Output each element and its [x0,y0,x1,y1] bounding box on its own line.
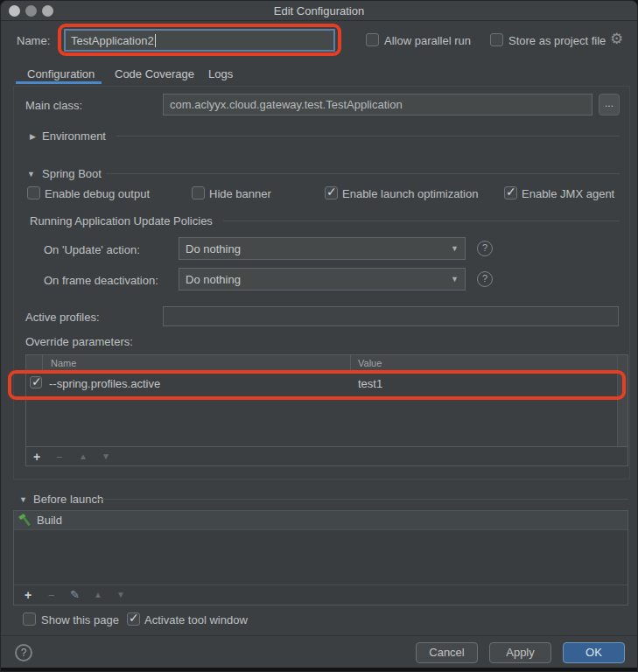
enable-debug-output-label: Enable debug output [45,187,150,200]
store-as-project-file-label: Store as project file [508,34,606,47]
before-launch-list: Build + − ✎ ▲ ▼ [13,510,628,606]
main-class-value: com.aclyyx.cloud.gateway.test.TestApplic… [170,98,403,111]
remove-icon[interactable]: − [56,451,63,464]
on-frame-deactivation-select[interactable]: Do nothing ▼ [179,268,466,290]
check-icon: ✓ [326,185,337,199]
cancel-button[interactable]: Cancel [416,642,478,663]
remove-icon[interactable]: − [48,589,55,602]
check-icon: ✓ [506,185,516,199]
on-update-action-value: Do nothing [186,242,241,256]
hide-banner-label: Hide banner [209,187,271,200]
before-launch-section-label[interactable]: Before launch [33,493,103,506]
checkbox-show-this-page[interactable] [23,612,36,626]
main-class-label: Main class: [25,99,82,112]
checkbox-store-as-project-file[interactable] [490,33,503,46]
edit-configuration-dialog: Edit Configuration Name: TestApplication… [0,0,638,672]
table-header: Name Value [26,355,627,373]
on-frame-deactivation-value: Do nothing [186,273,241,286]
gear-icon[interactable]: ⚙ [610,30,623,48]
checkbox-enable-launch-optimization[interactable]: ✓ [325,186,338,200]
checkbox-enable-jmx-agent[interactable]: ✓ [504,186,517,200]
spring-boot-divider [106,173,620,174]
move-down-icon[interactable]: ▼ [102,452,110,461]
table-toolbar-divider [26,446,627,447]
checkbox-row-enabled[interactable]: ✓ [30,376,42,388]
checkbox-allow-parallel-run[interactable] [366,33,379,46]
table-scrollbar[interactable] [617,355,627,446]
dialog-title: Edit Configuration [1,4,637,18]
column-header-name[interactable]: Name [51,358,76,368]
name-label: Name: [17,34,50,47]
active-profiles-input[interactable] [163,306,619,326]
move-down-icon[interactable]: ▼ [116,590,125,599]
activate-tool-window-label: Activate tool window [144,613,248,626]
tab-code-coverage[interactable]: Code Coverage [115,67,194,80]
environment-divider [116,136,620,136]
edit-icon[interactable]: ✎ [70,588,80,601]
on-update-action-label: On 'Update' action: [44,243,140,256]
enable-launch-optimization-label: Enable launch optimization [342,187,478,200]
row-value-cell: test1 [358,377,382,390]
before-launch-divider [95,499,628,500]
on-frame-deactivation-label: On frame deactivation: [44,274,158,287]
checkbox-hide-banner[interactable] [192,186,205,200]
update-policies-divider [223,220,620,221]
move-up-icon[interactable]: ▲ [79,452,88,461]
hammer-icon [18,513,32,530]
list-item-build[interactable]: Build [14,511,627,530]
spring-boot-section-label[interactable]: Spring Boot [42,167,102,180]
active-profiles-label: Active profiles: [25,311,100,324]
build-item-label: Build [37,514,62,527]
dropdown-arrow-icon: ▼ [451,275,459,284]
column-divider [350,355,351,372]
name-input[interactable]: TestApplication2 [64,29,335,52]
row-name-cell: --spring.profiles.active [49,377,160,390]
tab-configuration[interactable]: Configuration [27,67,95,80]
checkbox-enable-debug-output[interactable] [27,186,40,200]
ok-button[interactable]: OK [563,642,625,663]
text-cursor [155,34,157,47]
on-update-action-select[interactable]: Do nothing ▼ [179,237,466,260]
window-bottom-edge [1,668,637,672]
footer-divider [1,635,638,636]
check-icon: ✓ [32,374,42,388]
check-icon: ✓ [129,611,139,625]
column-divider [42,355,43,372]
help-icon[interactable]: ? [15,644,32,662]
environment-section-label[interactable]: Environment [42,130,106,143]
title-bar: Edit Configuration [1,1,637,21]
move-up-icon[interactable]: ▲ [94,590,102,599]
name-input-value: TestApplication2 [71,34,154,47]
browse-main-class-button[interactable]: ... [599,94,620,116]
override-parameters-label: Override parameters: [25,335,133,348]
column-header-value[interactable]: Value [358,358,382,368]
active-tab-indicator [16,81,102,84]
help-icon[interactable]: ? [477,241,493,256]
apply-button[interactable]: Apply [489,642,551,663]
table-row[interactable]: ✓ --spring.profiles.active test1 [26,372,617,395]
before-launch-toolbar-divider [14,584,627,585]
override-parameters-table: Name Value ✓ --spring.profiles.active te… [25,354,628,466]
dropdown-arrow-icon: ▼ [451,244,459,253]
chevron-down-icon[interactable]: ▼ [19,495,27,504]
main-class-input[interactable]: com.aclyyx.cloud.gateway.test.TestApplic… [163,94,592,116]
tab-logs[interactable]: Logs [208,67,233,80]
help-icon[interactable]: ? [477,271,493,287]
checkbox-activate-tool-window[interactable]: ✓ [127,612,140,626]
add-icon[interactable]: + [25,588,32,602]
enable-jmx-agent-label: Enable JMX agent [522,187,614,200]
show-this-page-label: Show this page [41,613,119,626]
update-policies-section-label: Running Application Update Policies [30,214,213,228]
allow-parallel-run-label: Allow parallel run [384,34,471,47]
add-icon[interactable]: + [33,450,40,464]
chevron-right-icon[interactable]: ▶ [30,132,36,141]
chevron-down-icon[interactable]: ▼ [27,170,35,178]
